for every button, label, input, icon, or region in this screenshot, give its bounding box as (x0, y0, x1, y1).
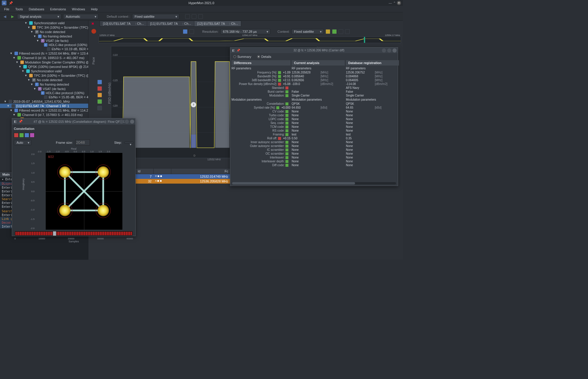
tab[interactable]: [10] EUTELSAT 7A: Ch... (100, 21, 147, 27)
table-header[interactable]: Id (136, 169, 154, 174)
resolution-dropdown[interactable]: 678.168 Hz - 737.28 µs (220, 29, 270, 34)
tab[interactable]: [11] EUTELSAT 7A: Ch... (147, 21, 194, 27)
tree-item[interactable]: ▾PVSAT (de facto) (0, 38, 88, 43)
tree-item[interactable]: ▾2019-05-07_145554_12541.6700_MHz (0, 99, 88, 104)
svg-rect-16 (215, 62, 229, 148)
side-icon-4[interactable] (97, 99, 102, 104)
carrier-diff-window[interactable]: ◧ 📌 32 @ fc = 12536.206 MHz (Carrier dif… (230, 47, 398, 186)
tool-icon-5[interactable] (339, 29, 343, 34)
back-icon[interactable]: ◀ (2, 14, 8, 19)
tree-item[interactable]: ▾mModulation Single Carrier Complex (99%… (0, 60, 88, 64)
svg-text:7: 7 (193, 103, 194, 106)
color-green[interactable] (19, 133, 24, 138)
max-icon[interactable] (125, 120, 129, 124)
tree-item[interactable]: ▾[11] EUTELSAT 7A : Channel 1 RF 1 (0, 104, 88, 108)
step-dropdown[interactable] (124, 142, 134, 143)
mode-dropdown[interactable]: Automatic (63, 14, 98, 19)
spectrum-overview[interactable]: 12529.17 MHz 12541.67 MHz 12554.17 MHz (98, 37, 401, 43)
max-icon[interactable] (387, 48, 391, 53)
freq-left: 12529.17 MHz (99, 34, 115, 37)
color-blue[interactable] (24, 133, 29, 138)
table-header[interactable] (154, 169, 171, 174)
side-icon-1[interactable] (97, 80, 102, 84)
scrollbar-horizontal[interactable] (232, 182, 396, 184)
color-magenta[interactable] (30, 133, 35, 138)
forward-icon[interactable]: ▶ (9, 14, 15, 19)
tree-item[interactable]: ▾Filtered record (fc = 12532.64 MHz, BW … (0, 51, 88, 55)
tool-icon-1[interactable] (183, 29, 188, 34)
frame-size-input[interactable] (75, 139, 90, 146)
tree-item[interactable]: FHDLC-like protocol (100%) (0, 43, 88, 47)
color-red[interactable] (14, 133, 19, 138)
table-header[interactable]: Fc (171, 169, 230, 174)
context2-label: Context: (277, 30, 290, 33)
maximize-icon[interactable]: ⌃ (393, 1, 396, 5)
tree-item[interactable]: ▾Synchronization valid (0, 69, 88, 73)
min-icon[interactable] (119, 120, 124, 124)
tree-item[interactable]: ▾FNo framing detected (0, 34, 88, 38)
pin-icon[interactable]: 📌 (19, 120, 23, 123)
close-tabs-icon[interactable]: ✖ (91, 22, 94, 26)
side-icon-2[interactable] (97, 86, 102, 91)
col-database: Database registration (346, 60, 399, 66)
tree-item[interactable]: Eb/No = 15.85 dB, BER = 4. (0, 95, 88, 99)
tool-icon-3[interactable] (326, 29, 330, 34)
titlebar: m 📌 HyperMon 2021.0 — ⌃ ✕ (0, 0, 403, 6)
tree-item[interactable]: ▾Filtered record (fc = 12532.01 MHz, BW … (0, 108, 88, 112)
summary-radio[interactable]: Summary (233, 55, 251, 58)
constellation-plot[interactable]: 8/22 (46, 153, 122, 230)
resolution-label: Resolution: (202, 30, 219, 33)
tool-icon-2[interactable] (189, 29, 194, 34)
constellation-icon: ◧ (14, 120, 17, 123)
tree-item[interactable]: FHDLC-like protocol (100%) (0, 91, 88, 95)
tool-icon-4[interactable] (332, 29, 337, 34)
close-icon[interactable] (130, 120, 134, 124)
tree-item[interactable]: ▾QPSK (100%) (second best 8PSK) @ 214.66… (0, 64, 88, 69)
layout-1-icon[interactable] (185, 14, 190, 19)
context-label: Default context : (107, 15, 130, 18)
freq-mid: 12541.67 MHz (242, 34, 257, 37)
svg-text:-110: -110 (112, 53, 118, 56)
tree-item[interactable]: ▾Synchronization valid (0, 21, 88, 25)
tree-item[interactable]: ▾PVSAT (de facto) (0, 86, 88, 91)
tree-item[interactable]: ▾Channel 0 (id 16, 169510 S -> 461.067 m… (0, 55, 88, 60)
tree-item[interactable]: ▾Channel 0 (id 7, 157883 S -> 461.018 ms… (0, 112, 88, 117)
min-icon[interactable] (382, 48, 386, 53)
tree-item[interactable]: ▾FNo framing detected (0, 82, 88, 86)
analysis-dropdown[interactable]: Signal analysis (17, 14, 61, 19)
menu-databases[interactable]: Databases (26, 7, 47, 12)
tool-icon-6[interactable] (345, 29, 350, 34)
close-icon[interactable] (392, 48, 397, 53)
tree-item[interactable]: ▾CTPC 3/4 (100%) + Scrambler (TPC) @ 14 (0, 25, 88, 30)
menu-help[interactable]: Help (88, 7, 100, 12)
psd-label: PSD (dBm/Hz) (108, 83, 111, 104)
error-indicator-icon (91, 29, 96, 34)
context2-dropdown[interactable]: Fixed satellite (291, 29, 324, 34)
tabs: [10] EUTELSAT 7A: Ch...[11] EUTELSAT 7A:… (100, 21, 241, 27)
tree-item[interactable]: ▾ØNo code detected (0, 30, 88, 34)
layout-3-icon[interactable] (198, 14, 203, 19)
side-icon-3[interactable] (97, 93, 102, 97)
menu-windows[interactable]: Windows (70, 7, 88, 12)
tab[interactable]: [12] EUTELSAT 7A: Ch... (194, 21, 241, 27)
menu-tools[interactable]: Tools (13, 7, 25, 12)
tree-item[interactable]: ▾CTPC 3/4 (100%) + Scrambler (TPC) @ 16 (0, 73, 88, 78)
menu-file[interactable]: File (2, 7, 12, 12)
pace-label: Pace (92, 57, 95, 64)
layout-2-icon[interactable] (192, 14, 196, 19)
minimize-icon[interactable]: — (389, 1, 392, 5)
constellation-window[interactable]: ◧ 📌 #7 @ fc = 12532.015 MHz (Constellati… (12, 118, 136, 236)
menu-extensions[interactable]: Extensions (48, 7, 68, 12)
sample-slider[interactable] (15, 231, 132, 236)
side-icon-5[interactable] (97, 106, 102, 110)
tree-item[interactable]: Eb/No = 10.19 dB, BER = 1. (0, 47, 88, 51)
close-icon[interactable]: ✕ (397, 1, 401, 5)
xaxis-label: 12532 MHz (207, 158, 221, 161)
app-icon: m (2, 1, 6, 5)
tree-item[interactable]: ▾ØNo code detected (0, 78, 88, 82)
pin-icon[interactable]: 📌 (9, 1, 13, 5)
context-dropdown[interactable]: Fixed satellite (132, 14, 179, 19)
details-radio[interactable]: Details (257, 55, 271, 58)
auto-dropdown[interactable]: Auto (14, 140, 32, 145)
pin-icon[interactable]: 📌 (236, 49, 240, 52)
